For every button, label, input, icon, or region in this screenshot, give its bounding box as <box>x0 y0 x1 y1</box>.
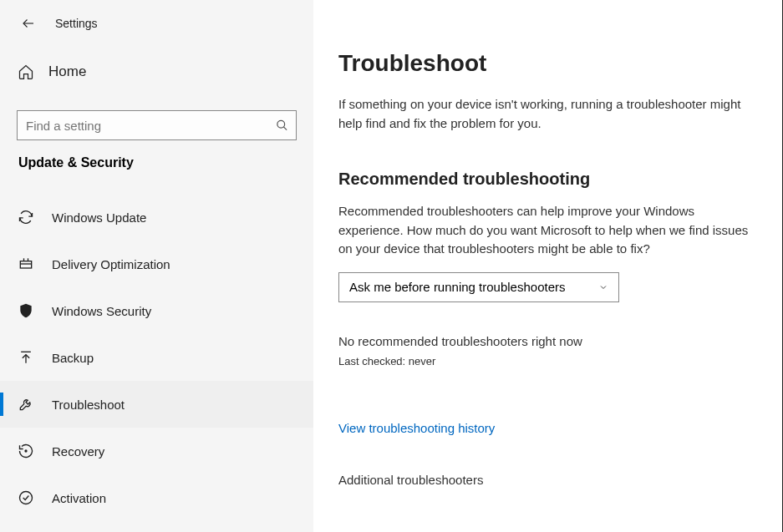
backup-icon <box>17 348 35 367</box>
view-history-link[interactable]: View troubleshooting history <box>338 421 495 435</box>
page-title: Troubleshoot <box>338 50 749 77</box>
search-box <box>17 110 297 140</box>
delivery-icon <box>17 255 35 273</box>
nav-activation[interactable]: Activation <box>0 474 313 521</box>
nav-item-label: Troubleshoot <box>52 398 125 412</box>
no-recommended-text: No recommended troubleshooters right now <box>338 334 749 348</box>
nav-windows-security[interactable]: Windows Security <box>0 287 313 334</box>
nav-item-label: Activation <box>52 491 106 505</box>
svg-point-0 <box>277 120 285 128</box>
search-icon <box>276 119 288 132</box>
header-row: Settings <box>0 7 313 40</box>
svg-point-2 <box>24 449 27 452</box>
nav-windows-update[interactable]: Windows Update <box>0 194 313 241</box>
app-title: Settings <box>55 17 98 30</box>
nav-recovery[interactable]: Recovery <box>0 428 313 474</box>
nav-item-label: Delivery Optimization <box>52 257 170 271</box>
home-icon <box>17 63 35 81</box>
search-input[interactable] <box>17 110 297 140</box>
nav-item-label: Backup <box>52 351 94 365</box>
sync-icon <box>17 208 35 226</box>
additional-troubleshooters-link[interactable]: Additional troubleshooters <box>338 473 749 487</box>
section-description: Recommended troubleshooters can help imp… <box>338 202 749 259</box>
back-button[interactable] <box>18 13 38 33</box>
nav-troubleshoot[interactable]: Troubleshoot <box>0 381 313 428</box>
svg-point-3 <box>20 492 33 504</box>
sidebar: Settings Home Update & Security Windows … <box>0 0 313 532</box>
nav-item-label: Windows Update <box>52 210 146 225</box>
home-label: Home <box>48 63 86 80</box>
category-title: Update & Security <box>18 155 313 170</box>
nav-delivery-optimization[interactable]: Delivery Optimization <box>0 241 313 287</box>
troubleshoot-mode-dropdown[interactable]: Ask me before running troubleshooters <box>338 272 619 302</box>
nav-backup[interactable]: Backup <box>0 334 313 381</box>
wrench-icon <box>17 395 35 413</box>
back-arrow-icon <box>21 16 36 31</box>
last-checked-text: Last checked: never <box>338 355 749 367</box>
main-content: Troubleshoot If something on your device… <box>313 0 783 532</box>
svg-rect-1 <box>20 261 31 268</box>
nav-item-label: Windows Security <box>52 304 151 318</box>
page-description: If something on your device isn't workin… <box>338 95 749 133</box>
recovery-icon <box>17 442 35 460</box>
home-nav[interactable]: Home <box>17 53 313 90</box>
dropdown-selected: Ask me before running troubleshooters <box>349 280 565 294</box>
check-circle-icon <box>17 489 35 507</box>
nav-item-label: Recovery <box>52 444 104 459</box>
chevron-down-icon <box>598 282 608 292</box>
section-title: Recommended troubleshooting <box>338 170 749 189</box>
shield-icon <box>17 301 35 320</box>
